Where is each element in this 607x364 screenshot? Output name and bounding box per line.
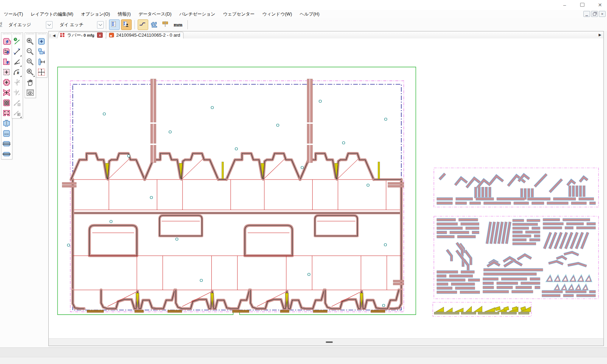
hand-icon bbox=[26, 78, 35, 87]
die-edge-dropdown-arrow[interactable] bbox=[46, 21, 53, 29]
tool-blue-info[interactable]: i bbox=[36, 47, 46, 57]
yellow-wedge-strip[interactable] bbox=[433, 302, 531, 316]
window-close-button[interactable]: ✕ bbox=[596, 2, 604, 8]
tool-pink-x-plus[interactable] bbox=[1, 87, 11, 98]
drawing-canvas[interactable] bbox=[49, 38, 603, 339]
tool-h-dim[interactable] bbox=[36, 57, 46, 67]
blue-clamp-icon bbox=[2, 119, 11, 128]
tool-pink-tabs-plus[interactable] bbox=[1, 77, 11, 87]
die-etch-dropdown-arrow[interactable] bbox=[97, 21, 104, 29]
tool-zoom-extents[interactable] bbox=[25, 67, 35, 77]
checklist-blue-icon bbox=[110, 20, 119, 29]
tool-blue-plus[interactable] bbox=[36, 36, 46, 47]
rubber-pieces-button[interactable] bbox=[150, 20, 160, 30]
zoom-out-icon bbox=[26, 57, 35, 66]
tool-clock-arrow[interactable] bbox=[12, 36, 22, 47]
tool-pink-grid[interactable] bbox=[1, 98, 11, 108]
move-diag-gray-icon bbox=[13, 88, 22, 97]
pink-grid-icon bbox=[2, 98, 11, 107]
tool-move-diag-gray[interactable] bbox=[12, 87, 22, 98]
tool-pink-l-bolt[interactable] bbox=[1, 57, 11, 67]
menu-item-window[interactable]: ウィンドウ(W) bbox=[258, 10, 296, 18]
menu-item-webcenter[interactable]: ウェブセンター bbox=[219, 10, 258, 18]
palette-measure-tools: R bbox=[12, 32, 23, 119]
checklist-button[interactable] bbox=[109, 19, 120, 30]
tool-zoom-question[interactable] bbox=[25, 47, 35, 57]
menu-item-edit-layout[interactable]: レイアウトの編集(M) bbox=[27, 10, 77, 18]
crosshair-red-icon bbox=[37, 68, 46, 77]
mdi-restore-button[interactable] bbox=[591, 11, 598, 17]
tool-pink-blob-bolt[interactable] bbox=[1, 36, 11, 47]
tool-diag-arrow[interactable] bbox=[12, 47, 22, 57]
tool-blue-ooo[interactable] bbox=[1, 128, 11, 139]
mfg-doc-icon bbox=[60, 33, 65, 37]
move-gray-icon bbox=[13, 78, 22, 87]
knife-profile-button[interactable] bbox=[161, 20, 171, 30]
blue-lines-icon bbox=[2, 139, 11, 148]
rubber-edge-button[interactable] bbox=[138, 19, 148, 30]
palette-grip[interactable] bbox=[3, 34, 11, 36]
tab-label-suffix: - 0 mfg bbox=[81, 33, 95, 37]
sheet-outline[interactable] bbox=[58, 67, 416, 315]
pink-blob-bolt-icon bbox=[2, 37, 11, 46]
palette-grip[interactable] bbox=[26, 34, 34, 36]
horizontal-scrollbar-thumb[interactable] bbox=[326, 341, 333, 343]
svg-text:R: R bbox=[16, 71, 19, 75]
tool-pink-corner-dots[interactable] bbox=[1, 108, 11, 118]
menu-item-database[interactable]: データベース(D) bbox=[134, 10, 175, 18]
document-window: ⁞⁞ ◀ ラバー - 0 mfgx24100945-C24110065-2 - … bbox=[48, 31, 604, 346]
menu-item-help[interactable]: ヘルプ(H) bbox=[296, 10, 323, 18]
rubber-sheet-main[interactable] bbox=[434, 216, 598, 299]
die-boundary[interactable] bbox=[70, 81, 404, 312]
mdi-minimize-button[interactable]: ▁ bbox=[583, 11, 590, 17]
palette-rubber-edge-tools bbox=[1, 32, 12, 159]
tool-pink-dots-bolt[interactable] bbox=[1, 47, 11, 57]
palette-grip[interactable] bbox=[13, 34, 21, 36]
radius-r-icon: R bbox=[13, 68, 22, 77]
tab-scroll-right-button[interactable]: ▶ bbox=[597, 32, 603, 37]
status-bar-secondary bbox=[0, 357, 607, 364]
blue-plus-icon bbox=[37, 37, 46, 46]
tab-close-button[interactable]: x bbox=[97, 32, 103, 38]
canvas-viewport[interactable] bbox=[49, 38, 603, 339]
clipped-toolbar-icon[interactable]: 型 bbox=[0, 21, 4, 29]
tool-angle[interactable] bbox=[12, 57, 22, 67]
die-edge-combobox[interactable]: ダイエッジ bbox=[6, 21, 53, 29]
die-edge-combobox-value: ダイエッジ bbox=[6, 22, 46, 28]
mdi-window-controls: ▁ ✕ bbox=[583, 11, 606, 17]
checklist-person-icon bbox=[122, 20, 131, 29]
menu-item-palletization[interactable]: パレチゼーション bbox=[175, 10, 219, 18]
tool-arrow-bolt-gray[interactable] bbox=[12, 108, 22, 118]
tool-radius-r[interactable]: R bbox=[12, 67, 22, 77]
tool-move-gray[interactable] bbox=[12, 77, 22, 87]
horizontal-scrollbar[interactable] bbox=[49, 338, 603, 346]
units-label: mm bbox=[174, 22, 182, 28]
window-maximize-button[interactable] bbox=[578, 2, 587, 8]
tool-crosshair-red[interactable] bbox=[36, 67, 46, 77]
menu-item-info[interactable]: 情報(I) bbox=[114, 10, 135, 18]
tab-scroll-left-button[interactable]: ◀ bbox=[51, 32, 57, 38]
tool-move-ruler-gray[interactable] bbox=[12, 98, 22, 108]
tool-blue-lines[interactable] bbox=[1, 139, 11, 149]
document-tab-bar: ⁞⁞ ◀ ラバー - 0 mfgx24100945-C24110065-2 - … bbox=[49, 31, 603, 39]
tool-eye-window[interactable] bbox=[25, 87, 35, 98]
carton-layout[interactable] bbox=[62, 79, 404, 313]
menu-item-tools[interactable]: ツール(T) bbox=[0, 10, 27, 18]
tab-rubber[interactable]: ラバー - 0 mfgx bbox=[57, 32, 106, 38]
tool-zoom-in[interactable] bbox=[25, 36, 35, 47]
eye-window-icon bbox=[26, 88, 35, 97]
menu-item-options[interactable]: オプション(O) bbox=[77, 10, 114, 18]
palette-grip[interactable] bbox=[38, 34, 46, 36]
tool-hand[interactable] bbox=[25, 77, 35, 87]
tool-blue-lines2[interactable] bbox=[1, 149, 11, 159]
rubber-sheet-top[interactable] bbox=[434, 168, 598, 207]
tab-design[interactable]: 24100945-C24110065-2 - 0 ard bbox=[106, 32, 183, 38]
mdi-close-button[interactable]: ✕ bbox=[599, 11, 606, 17]
die-etch-combobox[interactable]: ダイ エッチ bbox=[58, 21, 104, 29]
window-minimize-button[interactable]: – bbox=[560, 2, 569, 8]
tool-zoom-out[interactable] bbox=[25, 57, 35, 67]
tool-blue-clamp[interactable] bbox=[1, 118, 11, 128]
checklist-user-button[interactable] bbox=[121, 19, 132, 30]
tool-pink-dashed-plus[interactable] bbox=[1, 67, 11, 77]
clock-arrow-icon bbox=[13, 37, 22, 46]
